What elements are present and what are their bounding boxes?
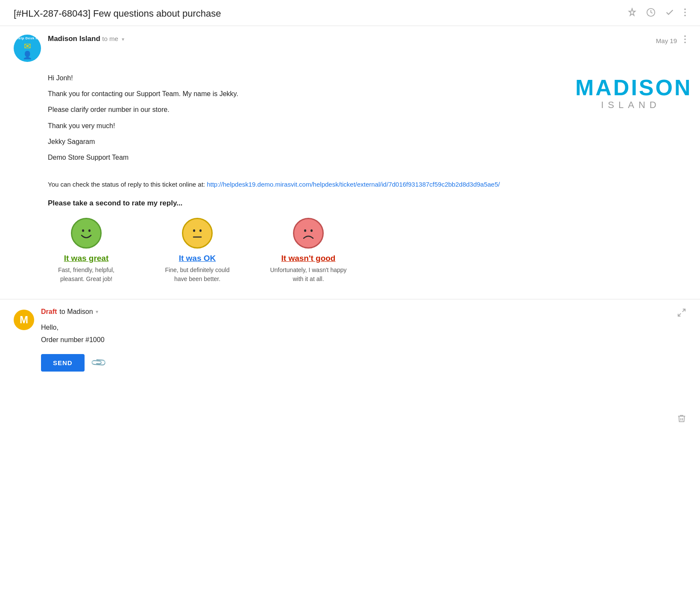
email-line1: Thank you for contacting our Support Tea… [48,88,558,100]
rating-options: It was great Fast, friendly, helpful, pl… [48,218,686,284]
draft-body: Hello, Order number #1000 [41,322,686,346]
email-more-icon[interactable] [684,35,686,47]
email-date: May 19 [656,37,677,44]
svg-point-6 [684,42,686,44]
avatar: Help Desk M ✉ 👤 [14,35,41,62]
rating-option-ok[interactable]: It was OK Fine, but definitely could hav… [159,218,236,284]
svg-point-4 [684,35,686,37]
draft-header: Draft to Madison ▾ [41,308,686,316]
draft-expand-icon[interactable]: ▾ [96,309,98,315]
draft-content: Draft to Madison ▾ Hello, Order number #… [41,308,686,372]
envelope-icon: ✉ [24,41,31,51]
email-subject-title: [#HLX-287-68043] Few questions about pur… [14,8,221,19]
rating-option-great[interactable]: It was great Fast, friendly, helpful, pl… [48,218,125,284]
person-icon: 👤 [23,50,32,60]
smiley-ok [182,218,213,249]
rating-option-bad[interactable]: It wasn't good Unfortunately, I wasn't h… [270,218,347,284]
draft-label: Draft [41,308,57,316]
svg-point-9 [193,229,195,232]
sender-info: Madison Island to me ▾ [48,35,124,43]
draft-line1: Hello, [41,322,686,334]
expand-recipients-icon[interactable]: ▾ [122,36,124,42]
svg-point-1 [684,9,686,10]
email-greeting: Hi Jonh! [48,72,558,84]
email-line3: Thank you very much! [48,120,558,132]
logo-sub-text: ISLAND [575,100,686,111]
email-container: Help Desk M ✉ 👤 Madison Island to me ▾ M… [0,26,700,284]
svg-point-3 [684,15,686,17]
rating-label-bad[interactable]: It wasn't good [281,254,336,263]
svg-point-12 [304,229,306,232]
expand-icon[interactable] [677,308,686,320]
draft-section: M Draft to Madison ▾ Hello, Order number… [0,299,700,382]
svg-point-10 [199,229,202,232]
avatar-text: Help Desk M [16,37,38,41]
rating-desc-great: Fast, friendly, helpful, pleasant. Great… [48,266,125,284]
draft-avatar-letter: M [20,314,28,326]
email-logo: MADISON ISLAND [575,76,686,167]
rating-label-ok[interactable]: It was OK [179,254,216,263]
more-options-icon[interactable] [684,8,686,20]
email-body: Hi Jonh! Thank you for contacting our Su… [14,72,686,167]
draft-right-icons [677,308,686,426]
email-sender-section: Help Desk M ✉ 👤 Madison Island to me ▾ [14,35,124,62]
rating-section: Please take a second to rate my reply...… [14,199,686,284]
email-signature2: Demo Store Support Team [48,152,558,163]
ticket-link-prefix: You can check the status of reply to thi… [48,181,205,188]
top-bar: [#HLX-287-68043] Few questions about pur… [0,0,700,26]
clock-icon[interactable] [646,8,656,20]
email-header: Help Desk M ✉ 👤 Madison Island to me ▾ M… [14,35,686,62]
rating-prompt: Please take a second to rate my reply... [48,199,686,208]
svg-point-5 [684,38,686,40]
sender-to: to me [102,35,118,42]
draft-line2: Order number #1000 [41,334,686,346]
draft-to: to Madison [59,308,93,316]
svg-point-7 [82,229,84,232]
rating-label-great[interactable]: It was great [64,254,109,263]
check-icon[interactable] [665,8,674,20]
draft-actions: SEND 📎 [41,354,686,372]
sender-name: Madison Island [48,35,100,43]
svg-point-2 [684,12,686,13]
ticket-link[interactable]: http://helpdesk19.demo.mirasvit.com/help… [207,181,500,188]
email-header-right: May 19 [656,35,686,47]
email-line2: Please clarify order number in our store… [48,104,558,115]
svg-point-13 [310,229,313,232]
svg-point-8 [88,229,91,232]
pin-icon[interactable] [627,8,637,20]
smiley-bad [293,218,324,249]
ticket-link-section: You can check the status of reply to thi… [14,179,686,190]
top-bar-actions [627,8,686,20]
draft-avatar: M [14,310,34,330]
send-button[interactable]: SEND [41,354,85,372]
svg-line-15 [678,313,681,316]
rating-desc-bad: Unfortunately, I wasn't happy with it at… [270,266,347,284]
sender-name-row: Madison Island to me ▾ [48,35,124,43]
email-text-content: Hi Jonh! Thank you for contacting our Su… [48,72,558,167]
rating-desc-ok: Fine, but definitely could have been bet… [159,266,236,284]
trash-icon[interactable] [677,414,686,426]
attachment-icon[interactable]: 📎 [90,354,107,372]
svg-line-14 [682,309,685,312]
logo-main-text: MADISON [575,76,686,99]
email-signature1: Jekky Sagaram [48,136,558,147]
smiley-great [71,218,102,249]
